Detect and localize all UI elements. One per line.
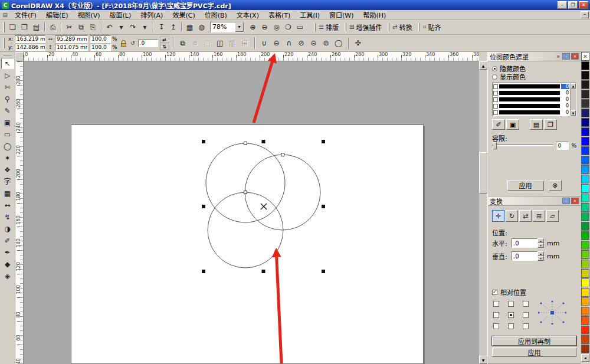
color-selector-eyedropper-button[interactable]: ✐ bbox=[492, 119, 505, 130]
color-swatch[interactable] bbox=[581, 99, 589, 108]
layout-plugin-button[interactable]: ☰ 排版 bbox=[311, 21, 342, 33]
object-height-input[interactable]: 101.075 mm bbox=[55, 44, 88, 51]
bitmap-color-mask-header[interactable]: 位图颜色遮罩 » – ✕ bbox=[488, 52, 581, 61]
scroll-down-button[interactable]: ▼ bbox=[479, 356, 487, 364]
color-swatch[interactable] bbox=[581, 80, 589, 89]
color-swatch[interactable] bbox=[581, 260, 589, 268]
open-mask-button[interactable]: ❐ bbox=[544, 119, 557, 130]
menu-item[interactable]: 编辑(E) bbox=[41, 10, 73, 19]
drawing-layer[interactable] bbox=[24, 61, 479, 364]
color-swatch[interactable] bbox=[581, 203, 589, 212]
horizontal-spin-up-button[interactable]: ▴ bbox=[537, 238, 544, 243]
redo-icon[interactable]: ↷ bbox=[127, 21, 139, 32]
color-mask-row[interactable]: 0 bbox=[493, 83, 570, 90]
apply-mask-button[interactable]: 应用 bbox=[507, 181, 544, 191]
scale-vertical-input[interactable]: 100.0 bbox=[90, 44, 111, 51]
anchor-point-checkbox[interactable] bbox=[523, 312, 529, 318]
zoom-tool[interactable]: ⚲ bbox=[1, 93, 14, 104]
menu-item[interactable]: 文件(F) bbox=[10, 10, 41, 19]
color-swatch[interactable] bbox=[581, 127, 589, 136]
zoom-dropdown-icon[interactable]: ▾ bbox=[235, 22, 244, 32]
front-minus-back-button[interactable]: ⊝ bbox=[308, 37, 320, 50]
color-swatch[interactable] bbox=[581, 326, 589, 335]
object-width-input[interactable]: 95.289 mm bbox=[55, 35, 88, 43]
color-swatch[interactable] bbox=[581, 212, 589, 221]
minimize-button[interactable]: – bbox=[558, 1, 567, 9]
horizontal-ruler[interactable]: 0204060801001201401601802002202402602803… bbox=[24, 52, 479, 61]
color-mask-row[interactable]: 0 bbox=[493, 109, 570, 116]
zoom-selected-icon[interactable]: ◎ bbox=[271, 21, 282, 32]
anchor-point-checkbox[interactable] bbox=[508, 323, 514, 329]
undo-dropdown-icon[interactable]: ▾ bbox=[116, 21, 127, 32]
delete-mask-button[interactable]: ⊗ bbox=[549, 180, 562, 191]
color-swatch[interactable] bbox=[581, 175, 589, 183]
ungroup-all-button[interactable]: ⬚ bbox=[202, 37, 214, 50]
scale-horizontal-input[interactable]: 100.0 bbox=[90, 35, 111, 43]
color-swatch[interactable] bbox=[581, 146, 589, 155]
eyedropper-tool[interactable]: ✐ bbox=[1, 235, 14, 246]
transform-position-tab[interactable]: ✛ bbox=[492, 210, 504, 222]
menu-item[interactable]: 版面(L) bbox=[105, 10, 136, 19]
break-apart-button[interactable]: ▥ bbox=[227, 37, 238, 50]
color-mask-row[interactable]: 0 bbox=[493, 103, 570, 109]
scrollbar-track[interactable] bbox=[571, 88, 576, 110]
menu-item[interactable]: 排列(A) bbox=[136, 10, 168, 19]
toolbar-grip[interactable] bbox=[3, 38, 5, 48]
vertical-spin-down-button[interactable]: ▾ bbox=[537, 256, 544, 261]
scrollbar-thumb[interactable] bbox=[479, 152, 487, 194]
simplify-button[interactable]: ⊘ bbox=[296, 37, 307, 50]
group-button[interactable]: ⧉ bbox=[177, 37, 189, 50]
save-icon[interactable]: ▤ bbox=[31, 21, 42, 32]
anchor-point-checkbox[interactable] bbox=[493, 301, 499, 307]
menu-item[interactable]: 表格(T) bbox=[264, 10, 295, 19]
anchor-point-checkbox[interactable] bbox=[508, 301, 514, 307]
ungroup-button[interactable]: ⧈ bbox=[189, 37, 201, 50]
combine-button[interactable]: ◫ bbox=[214, 37, 226, 50]
mirror-horizontal-button[interactable]: ⇄ bbox=[160, 37, 169, 43]
smart-fill-tool[interactable]: ▣ bbox=[1, 117, 14, 128]
mask-list-scrollbar[interactable]: ▲ ▼ bbox=[570, 83, 576, 116]
color-swatch[interactable] bbox=[581, 90, 589, 99]
fill-tool[interactable]: ◆ bbox=[1, 258, 14, 270]
text-tool[interactable]: 字 bbox=[1, 176, 14, 187]
color-swatch[interactable] bbox=[581, 269, 589, 278]
menu-item[interactable]: 工具(I) bbox=[295, 10, 324, 19]
convert-plugin-button[interactable]: ⇄ 转换 bbox=[385, 21, 415, 33]
convert-to-curves-button[interactable]: ✣ bbox=[352, 37, 364, 50]
hide-colors-radio[interactable]: 隐藏颜色 bbox=[492, 64, 576, 73]
vertical-ruler[interactable]: 280260240220200180160140120100806040 bbox=[15, 61, 24, 364]
nonproportional-scale-lock-button[interactable] bbox=[119, 37, 128, 50]
object-x-position-input[interactable]: 163.219 mm bbox=[15, 35, 45, 43]
color-swatch[interactable] bbox=[581, 345, 589, 353]
mask-checkbox[interactable] bbox=[493, 110, 498, 115]
dimension-tool[interactable]: ↔ bbox=[1, 199, 14, 211]
close-button[interactable]: ✕ bbox=[579, 1, 588, 9]
vertical-input[interactable]: .0 bbox=[512, 251, 537, 261]
anchor-point-checkbox[interactable] bbox=[508, 312, 514, 318]
apply-transform-button[interactable]: 应用 bbox=[492, 347, 576, 357]
color-swatch[interactable] bbox=[581, 335, 589, 344]
transform-scale-mirror-tab[interactable]: ⇄ bbox=[519, 210, 532, 222]
scroll-up-button[interactable]: ▲ bbox=[479, 61, 487, 70]
zoom-level-combobox[interactable]: 78% ▾ bbox=[210, 22, 244, 32]
zoom-page-icon[interactable]: ▭ bbox=[294, 21, 306, 32]
ruler-origin-button[interactable] bbox=[15, 52, 24, 61]
menu-item[interactable]: 视图(V) bbox=[73, 10, 104, 19]
mask-checkbox[interactable] bbox=[493, 97, 498, 102]
tolerance-slider[interactable] bbox=[492, 145, 553, 146]
blend-tool[interactable]: ◑ bbox=[1, 223, 14, 234]
rectangle-tool[interactable]: ▭ bbox=[1, 129, 14, 140]
shape-tool[interactable]: ▷ bbox=[1, 70, 14, 81]
color-swatch[interactable] bbox=[581, 222, 589, 231]
connector-tool[interactable]: ↯ bbox=[1, 211, 14, 222]
pick-tool[interactable]: ↖ bbox=[1, 58, 14, 69]
toolbar-grip[interactable] bbox=[3, 22, 5, 32]
mask-checkbox[interactable] bbox=[493, 91, 498, 96]
mdi-minimize-button[interactable]: – bbox=[581, 11, 589, 18]
docker-collapse-icon[interactable]: » bbox=[555, 53, 561, 60]
menu-item[interactable]: 位图(B) bbox=[200, 10, 232, 19]
color-swatch[interactable] bbox=[581, 316, 589, 325]
color-swatch[interactable] bbox=[581, 137, 589, 146]
anchor-point-checkbox[interactable] bbox=[493, 312, 499, 318]
color-swatch[interactable] bbox=[581, 231, 589, 240]
